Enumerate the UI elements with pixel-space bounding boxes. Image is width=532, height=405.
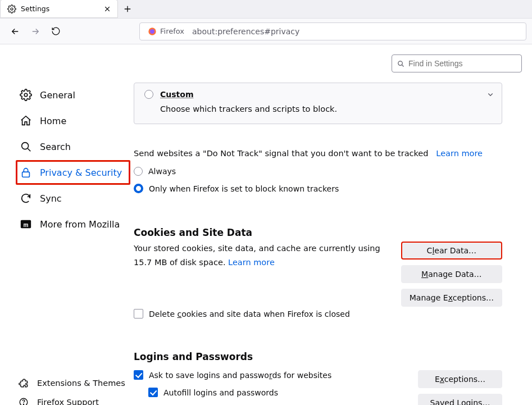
dnt-section: Send websites a "Do Not Track" signal th… [134, 149, 502, 193]
settings-sidebar: General Home Search Privacy & Security [0, 83, 130, 405]
svg-point-5 [22, 143, 29, 149]
mozilla-icon: m [20, 218, 32, 230]
sidebar-item-label: More from Mozilla [40, 219, 120, 230]
tab-strip: Settings [0, 0, 532, 19]
sidebar-item-label: Privacy & Security [40, 167, 122, 178]
manage-exceptions-button[interactable]: Manage Exceptions… [401, 289, 502, 307]
browser-tab-settings[interactable]: Settings [0, 0, 118, 18]
gear-icon [7, 4, 16, 13]
saved-logins-button[interactable]: Saved Logins… [418, 394, 502, 405]
cookies-section: Cookies and Site Data Your stored cookie… [134, 227, 502, 318]
cookies-learn-more-link[interactable]: Learn more [228, 258, 275, 267]
settings-content: Custom Choose which trackers and scripts… [130, 83, 512, 405]
url-text: about:preferences#privacy [192, 27, 299, 36]
manage-data-button[interactable]: Manage Data… [401, 265, 502, 283]
logins-title: Logins and Passwords [134, 351, 401, 362]
home-icon [20, 115, 32, 127]
svg-point-2 [150, 29, 154, 34]
tab-title: Settings [21, 4, 98, 13]
find-in-settings[interactable] [392, 54, 522, 72]
sidebar-footer-label: Firefox Support [37, 398, 99, 405]
radio-dnt-always[interactable] [134, 167, 143, 176]
clear-data-button[interactable]: Clear Data… [401, 242, 502, 260]
dnt-only-label: Only when Firefox is set to block known … [149, 184, 339, 193]
new-tab-button[interactable] [118, 0, 137, 18]
svg-rect-6 [22, 172, 30, 177]
sidebar-item-support[interactable]: Firefox Support [16, 393, 130, 405]
search-icon [20, 140, 32, 153]
sidebar-footer-label: Extensions & Themes [37, 379, 125, 388]
sync-icon [20, 192, 32, 204]
sidebar-item-more-mozilla[interactable]: m More from Mozilla [16, 212, 130, 236]
url-bar[interactable]: Firefox about:preferences#privacy [139, 22, 526, 40]
cookies-desc: Your stored cookies, site data, and cach… [134, 242, 384, 269]
svg-point-4 [24, 93, 28, 97]
radio-dnt-only[interactable] [134, 184, 143, 193]
back-button[interactable] [6, 22, 25, 41]
autofill-logins-label: Autofill logins and passwords [163, 388, 278, 397]
search-input[interactable] [408, 59, 517, 68]
cookies-title: Cookies and Site Data [134, 227, 502, 238]
logins-exceptions-button[interactable]: Exceptions… [418, 370, 502, 388]
checkbox-delete-on-close[interactable] [134, 309, 143, 318]
sidebar-item-sync[interactable]: Sync [16, 186, 130, 211]
puzzle-icon [18, 377, 29, 389]
dnt-always-label: Always [148, 167, 176, 176]
nav-toolbar: Firefox about:preferences#privacy [0, 19, 532, 44]
chevron-down-icon [487, 91, 494, 98]
firefox-icon [148, 27, 157, 36]
sidebar-item-extensions[interactable]: Extensions & Themes [16, 374, 130, 393]
sidebar-item-home[interactable]: Home [16, 108, 130, 133]
logins-section: Logins and Passwords Ask to save logins … [134, 351, 502, 405]
identity-label: Firefox [160, 27, 184, 35]
sidebar-item-label: Search [40, 142, 71, 152]
sidebar-item-label: Sync [40, 193, 62, 204]
svg-point-3 [398, 61, 403, 65]
custom-desc: Choose which trackers and scripts to blo… [160, 104, 479, 113]
custom-label: Custom [160, 90, 193, 99]
sidebar-item-general[interactable]: General [16, 83, 130, 107]
help-icon [18, 397, 29, 405]
forward-button[interactable] [26, 22, 45, 41]
svg-point-10 [23, 404, 24, 404]
reload-button[interactable] [46, 22, 65, 41]
svg-text:m: m [24, 222, 29, 228]
checkbox-ask-save-logins[interactable] [134, 370, 143, 380]
tracking-custom-option[interactable]: Custom Choose which trackers and scripts… [134, 83, 502, 124]
identity-box[interactable]: Firefox [144, 26, 188, 37]
gear-icon [20, 89, 32, 101]
sidebar-item-search[interactable]: Search [16, 134, 130, 159]
lock-icon [20, 166, 32, 179]
delete-on-close-label: Delete cookies and site data when Firefo… [149, 310, 350, 318]
svg-point-0 [11, 8, 13, 10]
sidebar-item-label: Home [40, 116, 66, 126]
radio-custom[interactable] [144, 90, 153, 99]
dnt-text: Send websites a "Do Not Track" signal th… [134, 149, 429, 158]
sidebar-item-label: General [40, 90, 75, 101]
sidebar-item-privacy[interactable]: Privacy & Security [16, 160, 130, 185]
close-icon[interactable] [103, 4, 112, 13]
dnt-learn-more-link[interactable]: Learn more [436, 149, 483, 158]
ask-save-logins-label: Ask to save logins and passwords for web… [149, 371, 331, 380]
search-icon [397, 60, 405, 68]
checkbox-autofill-logins[interactable] [148, 388, 158, 397]
